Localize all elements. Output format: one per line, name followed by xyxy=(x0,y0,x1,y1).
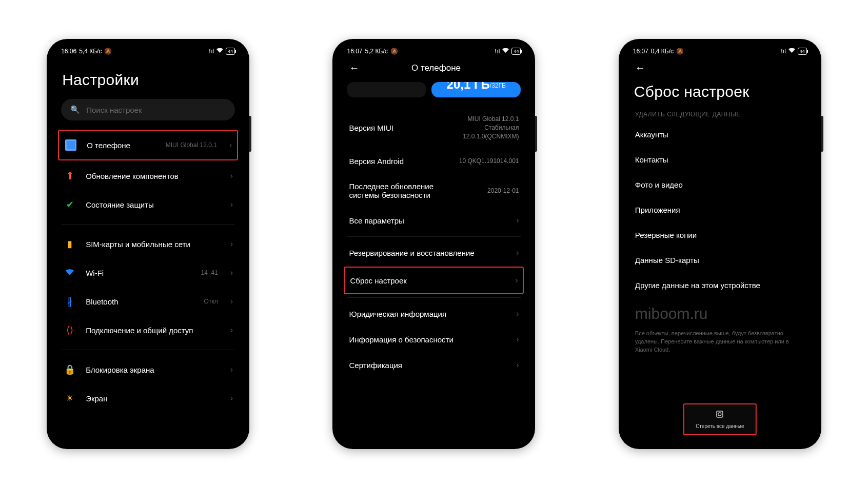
statusbar: 16:07 0,4 КБ/с 🔕 ⁞ıl 44 xyxy=(624,44,816,56)
status-time: 16:07 xyxy=(633,48,648,55)
lock-icon: 🔒 xyxy=(64,364,75,375)
chevron-right-icon: › xyxy=(230,200,233,209)
row-label: Сброс настроек xyxy=(350,276,511,285)
divider xyxy=(347,297,521,298)
chevron-right-icon: › xyxy=(515,276,518,285)
phone-mockup-2: 16:07 5,2 КБ/с 🔕 ⁞ıl 44 ← О телефоне 20,… xyxy=(332,39,535,449)
item-photos-videos: Фото и видео xyxy=(633,172,807,197)
row-label: Версия Android xyxy=(349,157,459,166)
sim-icon: ▮ xyxy=(67,238,72,250)
item-value: 14_41 xyxy=(201,269,218,276)
mute-icon: 🔕 xyxy=(676,48,684,55)
mute-icon: 🔕 xyxy=(390,48,398,55)
row-value: 2020-12-01 xyxy=(487,187,519,195)
item-security-status[interactable]: ✔ Состояние защиты › xyxy=(61,190,235,219)
row-label: Последнее обновление системы безопасност… xyxy=(349,182,457,199)
chevron-right-icon: › xyxy=(516,309,519,318)
watermark: miboom.ru xyxy=(635,305,805,322)
signal-icon: ⁞ıl xyxy=(781,48,786,55)
chevron-right-icon: › xyxy=(230,394,233,403)
item-label: Обновление компонентов xyxy=(86,172,221,180)
page-title: Настройки xyxy=(62,71,235,89)
svg-rect-0 xyxy=(717,411,723,417)
sun-icon: ☀ xyxy=(66,393,74,404)
item-other-data: Другие данные на этом устройстве xyxy=(633,273,807,298)
item-sim-networks[interactable]: ▮ SIM-карты и мобильные сети › xyxy=(61,230,235,258)
battery-icon: 44 xyxy=(798,48,807,55)
item-label: О телефоне xyxy=(87,141,156,150)
row-label: Версия MIUI xyxy=(349,124,463,132)
mute-icon: 🔕 xyxy=(104,48,112,55)
chevron-right-icon: › xyxy=(230,268,233,277)
search-placeholder: Поиск настроек xyxy=(86,106,142,114)
divider xyxy=(347,236,521,237)
search-icon: 🔍 xyxy=(70,105,80,114)
item-about-phone[interactable]: О телефоне MIUI Global 12.0.1 › xyxy=(58,130,238,160)
item-sd-data: Данные SD-карты xyxy=(633,248,807,273)
item-bluetooth[interactable]: ∦ Bluetooth Откл › xyxy=(61,287,235,316)
item-label: Подключение и общий доступ xyxy=(86,326,221,335)
wifi-icon xyxy=(788,47,796,55)
chevron-right-icon: › xyxy=(230,297,233,306)
row-value: 10 QKQ1.191014.001 xyxy=(459,157,519,166)
row-certification[interactable]: Сертификация › xyxy=(347,352,521,378)
item-label: Блокировка экрана xyxy=(86,365,221,374)
signal-icon: ⁞ıl xyxy=(495,48,500,55)
item-connection-sharing[interactable]: ⟨⟩ Подключение и общий доступ › xyxy=(61,316,235,344)
battery-icon: 44 xyxy=(511,48,521,55)
search-input[interactable]: 🔍 Поиск настроек xyxy=(61,99,235,120)
row-android-version[interactable]: Версия Android 10 QKQ1.191014.001 xyxy=(347,149,521,174)
item-backups: Резервные копии xyxy=(633,222,807,248)
erase-all-button[interactable]: Стереть все данные xyxy=(683,403,756,435)
item-display[interactable]: ☀ Экран › xyxy=(61,384,235,413)
svg-point-1 xyxy=(718,413,721,416)
row-backup-restore[interactable]: Резервирование и восстановление › xyxy=(347,240,521,266)
header-title: О телефоне xyxy=(368,63,503,73)
statusbar: 16:07 5,2 КБ/с 🔕 ⁞ıl 44 xyxy=(338,44,530,56)
storage-widget[interactable]: 20,1 ГБ /32ГБ xyxy=(347,82,521,97)
row-factory-reset[interactable]: Сброс настроек › xyxy=(344,267,524,294)
phone-mockup-3: 16:07 0,4 КБ/с 🔕 ⁞ıl 44 ← Сброс настроек… xyxy=(619,39,821,449)
item-lock-screen[interactable]: 🔒 Блокировка экрана › xyxy=(61,355,235,384)
item-accounts: Аккаунты xyxy=(633,122,807,147)
item-contacts: Контакты xyxy=(633,147,807,172)
chevron-right-icon: › xyxy=(230,171,233,180)
item-label: SIM-карты и мобильные сети xyxy=(86,240,221,249)
wifi-settings-icon xyxy=(65,268,75,278)
page-title: Сброс настроек xyxy=(634,83,807,100)
item-label: Bluetooth xyxy=(86,297,194,306)
item-label: Состояние защиты xyxy=(86,200,221,209)
back-button[interactable]: ← xyxy=(349,62,359,74)
row-label: Информация о безопасности xyxy=(349,335,512,344)
phone-icon xyxy=(65,139,76,151)
reset-icon xyxy=(715,410,724,419)
row-safety-info[interactable]: Информация о безопасности › xyxy=(347,327,521,352)
chevron-right-icon: › xyxy=(516,335,519,344)
battery-icon: 44 xyxy=(226,48,235,55)
row-security-update[interactable]: Последнее обновление системы безопасност… xyxy=(347,174,521,208)
row-legal-info[interactable]: Юридическая информация › xyxy=(347,301,521,327)
status-speed: 5,4 КБ/с xyxy=(79,48,102,55)
row-label: Все параметры xyxy=(349,216,512,225)
row-label: Сертификация xyxy=(349,361,512,370)
row-value: MIUI Global 12.0.1 Стабильная 12.0.1.0(Q… xyxy=(463,115,519,140)
arrow-up-icon: ⬆ xyxy=(66,170,74,182)
back-button[interactable]: ← xyxy=(635,62,645,74)
divider xyxy=(61,224,235,225)
connection-icon: ⟨⟩ xyxy=(66,324,73,336)
item-value: Откл xyxy=(204,298,218,305)
status-speed: 0,4 КБ/с xyxy=(651,48,674,55)
row-miui-version[interactable]: Версия MIUI MIUI Global 12.0.1 Стабильна… xyxy=(347,107,521,149)
item-value: MIUI Global 12.0.1 xyxy=(166,141,217,149)
status-time: 16:07 xyxy=(347,48,362,55)
item-wifi[interactable]: Wi-Fi 14_41 › xyxy=(61,258,235,287)
row-all-specs[interactable]: Все параметры › xyxy=(347,208,521,233)
chevron-right-icon: › xyxy=(516,216,519,225)
wifi-icon xyxy=(216,47,224,55)
status-time: 16:06 xyxy=(61,48,76,55)
bluetooth-icon: ∦ xyxy=(67,295,72,308)
item-component-update[interactable]: ⬆ Обновление компонентов › xyxy=(61,161,235,190)
phone-mockup-1: 16:06 5,4 КБ/с 🔕 ⁞ıl 44 Настройки 🔍 Поис… xyxy=(47,39,249,449)
item-label: Экран xyxy=(86,394,221,403)
row-label: Резервирование и восстановление xyxy=(349,249,512,257)
